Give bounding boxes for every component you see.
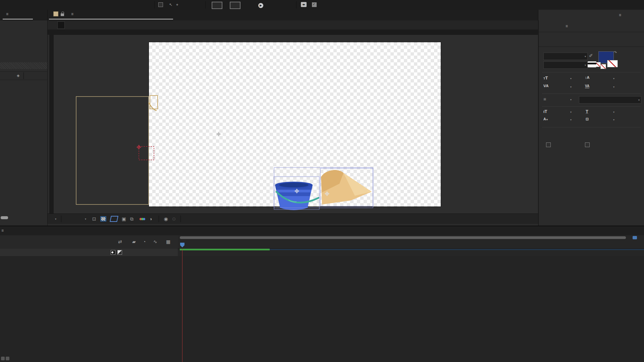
panel-toggle-icon[interactable]: ◂▸ [301,2,307,7]
tab-project[interactable]: ≡ [3,12,9,16]
horizontal-scale-chevron[interactable]: ▾ [613,111,614,114]
viewer-panel-menu-icon[interactable]: ≡ [71,12,74,16]
stroke-width-icon: ≡ [543,97,546,102]
character-panel-tabs [539,38,644,47]
project-list-header: ◈ [0,71,47,80]
font-style-dropdown[interactable]: ▾ [543,61,588,69]
stroke-style-button[interactable] [588,61,596,67]
hindi-digits-checkbox[interactable] [585,142,590,147]
magnification-chevron[interactable]: ▾ [55,218,56,221]
swap-fill-stroke-icon[interactable]: ↷ [614,51,617,54]
vertical-ruler[interactable] [49,35,54,214]
timeline-mini-toggle-2[interactable] [6,357,9,360]
timeline-mini-toggle-1[interactable] [1,357,5,360]
project-panel-menu-icon[interactable]: ≡ [6,12,9,16]
composition-thumb-icon [53,11,58,16]
timeline-hscrollbar[interactable] [180,236,626,239]
tracking-chevron[interactable]: ▾ [613,85,614,88]
timeline-zoom-handle[interactable] [633,236,637,239]
region-of-interest-icon[interactable]: ⊡ [92,217,96,221]
composition-viewer: ▾ ▾ ⊡ ▣ ⧉ ◑ ◉ ⊙ [48,20,538,226]
stroke-over-fill-dropdown[interactable]: ▾ [579,96,641,104]
vertical-scale-chevron[interactable]: ▾ [570,111,572,114]
auto-open-panel-checkbox[interactable] [312,2,317,7]
matte-alpha-header-icon [111,250,115,255]
leading-chevron[interactable]: ▾ [613,77,614,80]
after-effects-window: ↖ ⌖ ▶ ◂▸ ≡ [0,0,644,362]
timeline-column-headers [0,249,178,256]
timeline-panel-menu-icon[interactable]: ≡ [1,228,4,233]
cloth-artwork[interactable] [321,170,372,204]
channel-icon[interactable] [140,218,145,220]
leading-icon: ↕A [585,75,589,79]
proxy-icon[interactable]: ⧉ [130,217,133,221]
character-panel: ▾ ✐ ↷ ▾ TT [539,47,644,174]
artwork-overlay [54,35,538,214]
shy-layers-icon[interactable]: ⇄ [118,239,122,244]
breadcrumb-comp-chip[interactable] [57,21,65,29]
properties-panel-menu-icon[interactable]: ≡ [619,13,622,17]
lock-icon[interactable] [61,13,64,16]
timeline-ruler[interactable] [178,235,644,249]
font-size-chevron[interactable]: ▾ [570,77,572,80]
ruler-corner [48,29,54,35]
horizontal-ruler[interactable] [54,29,538,35]
project-hscrollbar[interactable] [1,216,8,219]
ligatures-checkbox[interactable] [546,142,551,147]
bucket-artwork[interactable] [275,182,319,210]
kerning-icon: V⁄A [543,84,549,88]
matte-luma-header-icon [117,250,122,255]
stroke-swatch[interactable] [230,2,240,9]
red-selection-box[interactable] [139,146,154,160]
tab-composition[interactable]: ≡ [51,11,74,16]
stroke-width-chevron[interactable]: ▾ [570,98,572,101]
snapping-toggle[interactable]: ↖ ⌖ [158,2,178,7]
preview-panel-menu-icon[interactable]: ≡ [566,24,568,28]
top-toolbar: ↖ ⌖ ▶ ◂▸ [0,0,644,10]
timeline-rows [0,256,644,362]
exposure-reset-icon[interactable]: ◑ [149,217,152,221]
snap-target-icon[interactable]: ⌖ [176,3,178,7]
eyedropper-icon[interactable]: ✐ [589,53,593,58]
label-tag-icon[interactable]: ◈ [17,73,19,78]
vertical-scale-icon: ıT [543,109,547,114]
playhead-line[interactable] [182,249,182,362]
frame-blending-icon[interactable]: ▰ [132,239,136,244]
fill-swatch[interactable] [212,2,222,9]
font-size-icon: TT [543,75,548,80]
tsume-icon: ⊡ [586,117,589,121]
snap-cursor-icon[interactable]: ↖ [169,3,172,7]
no-stroke-chip[interactable] [600,64,606,69]
workspace-bar [362,0,530,10]
text-stroke-color-swatch[interactable] [607,60,618,67]
snapping-checkbox[interactable] [158,2,163,7]
timeline-panel: ≡ ⇄ ▰ ◔ ∿ ▦ [0,226,644,362]
font-family-dropdown[interactable]: ▾ [543,53,588,60]
work-area-bar[interactable] [270,249,644,250]
transparency-grid-icon[interactable] [100,216,106,222]
mask-visibility-icon[interactable] [110,216,118,222]
pasteboard [54,35,538,214]
motion-blur-icon[interactable]: ◔ [143,239,146,244]
red-anchor-crosshair[interactable] [137,145,141,149]
tsume-chevron[interactable]: ▾ [613,118,614,121]
render-progress-bar [180,249,270,250]
add-button[interactable]: ▶ [258,3,263,8]
baseline-shift-icon: A₊ [543,117,548,121]
panel-tab-row: ≡ ≡ ≡ [0,10,644,21]
composition-markers-icon[interactable]: ▦ [166,239,170,244]
project-panel: ◈ [0,20,48,226]
right-panel: ≡ ▾ ✐ ↷ ▾ [538,20,644,226]
timeline-tab-row: ≡ [0,226,644,236]
kerning-chevron[interactable]: ▾ [570,85,572,88]
graph-editor-icon[interactable]: ∿ [153,239,157,244]
timeline-toolbar: ⇄ ▰ ◔ ∿ ▦ [0,235,178,249]
tracking-icon: VA [585,84,589,88]
show-snapshot-icon[interactable]: ⊙ [172,217,176,221]
layer-anchor-gizmo[interactable] [216,132,221,136]
baseline-shift-chevron[interactable]: ▾ [570,118,572,121]
offscreen-selection-bounds[interactable] [76,97,149,204]
resolution-chevron[interactable]: ▾ [85,218,86,221]
snapshot-camera-icon[interactable]: ◉ [164,217,168,221]
guides-icon[interactable]: ▣ [122,217,126,221]
